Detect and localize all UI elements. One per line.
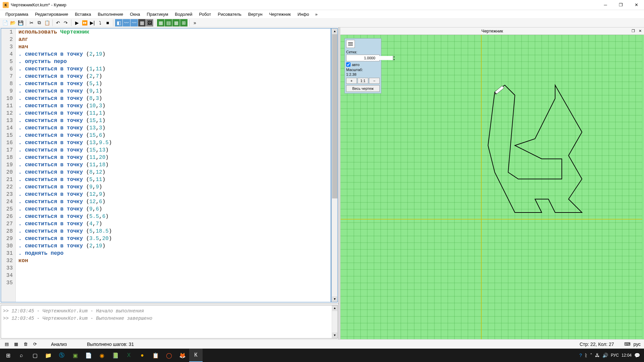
menu-инфо[interactable]: Инфо xyxy=(294,11,312,18)
task-view-button[interactable]: ▢ xyxy=(28,349,42,362)
minimize-button[interactable]: ─ xyxy=(598,0,613,10)
tray-icon-1[interactable]: ᚱ xyxy=(585,353,587,358)
status-icon-1[interactable]: ▤ xyxy=(3,341,10,348)
auto-checkbox[interactable] xyxy=(346,62,351,67)
open-file-button[interactable]: 📂 xyxy=(9,19,16,26)
network-tray-icon[interactable]: 🖧 xyxy=(595,353,600,358)
firefox-button[interactable]: 🦊 xyxy=(176,349,189,362)
horizontal-splitter[interactable] xyxy=(0,303,338,304)
console-scroll-down[interactable]: ▼ xyxy=(332,333,337,338)
status-icon-4[interactable]: ⟳ xyxy=(32,341,38,348)
tray-lang[interactable]: РУС xyxy=(611,353,619,358)
copy-button[interactable]: ⧉ xyxy=(36,19,43,26)
module-button-7[interactable]: ▤ xyxy=(165,19,172,26)
app-button-4[interactable]: 📗 xyxy=(109,349,122,362)
module-button-4[interactable]: ▦ xyxy=(138,19,146,26)
app-button-3[interactable]: ◉ xyxy=(95,349,109,362)
app-button-6[interactable]: 📋 xyxy=(149,349,162,362)
menu-водолей[interactable]: Водолей xyxy=(171,11,196,18)
module-button-6[interactable]: ▦ xyxy=(157,19,164,26)
zoom-11-button[interactable]: 1:1 xyxy=(358,78,368,84)
module-button-9[interactable]: ⊞ xyxy=(180,19,187,26)
maximize-button[interactable]: ❐ xyxy=(613,0,629,10)
excel-button[interactable]: X xyxy=(122,349,136,362)
panel-maximize-button[interactable]: ❐ xyxy=(631,28,636,34)
menu-more[interactable]: » xyxy=(312,11,320,18)
grid-up-button[interactable]: ▲ xyxy=(393,55,395,58)
zoom-plus-button[interactable]: + xyxy=(346,78,357,84)
svg-marker-95 xyxy=(495,86,504,94)
status-icon-3[interactable]: 🗑 xyxy=(22,341,29,348)
canvas-menu-button[interactable] xyxy=(346,40,355,48)
menu-окна[interactable]: Окна xyxy=(126,11,143,18)
scroll-thumb[interactable] xyxy=(332,34,337,198)
module-button-8[interactable]: ▦ xyxy=(172,19,180,26)
menu-программа[interactable]: Программа xyxy=(2,11,32,18)
menu-вставка[interactable]: Вставка xyxy=(71,11,94,18)
menu-редактирование[interactable]: Редактирование xyxy=(32,11,71,18)
status-position: Стр: 22, Кол: 27 xyxy=(580,342,614,347)
grid-input[interactable] xyxy=(346,56,393,60)
toolbar-more-button[interactable]: » xyxy=(191,19,199,26)
app-button-1[interactable]: ▣ xyxy=(68,349,82,362)
editor-scrollbar[interactable]: ▲ ▼ xyxy=(332,28,337,302)
close-button[interactable]: ✕ xyxy=(629,0,644,10)
cut-button[interactable]: ✂ xyxy=(28,19,35,26)
app-button-2[interactable]: 📄 xyxy=(82,349,95,362)
status-steps: Выполнено шагов: 31 xyxy=(87,342,134,347)
module-button-1[interactable]: ◧ xyxy=(115,19,122,26)
menu-робот[interactable]: Робот xyxy=(196,11,215,18)
module-button-2[interactable]: 〰 xyxy=(123,19,130,26)
app-button-7[interactable]: ◯ xyxy=(162,349,176,362)
volume-tray-icon[interactable]: 🔊 xyxy=(602,353,608,358)
stop-button[interactable]: ■ xyxy=(104,19,111,26)
skype-button[interactable]: Ⓢ xyxy=(55,349,68,362)
paste-button[interactable]: 📋 xyxy=(43,19,51,26)
grid-spinner[interactable]: ▲ ▼ xyxy=(346,55,380,61)
module-button-3[interactable]: 〰 xyxy=(130,19,138,26)
run-button[interactable]: ▶ xyxy=(73,19,80,26)
app-button-5[interactable]: ● xyxy=(136,349,149,362)
taskbar: ⊞ ⌕ ▢ 📁 Ⓢ ▣ 📄 ◉ 📗 X ● 📋 ◯ 🦊 К ? ᚱ ˄ 🖧 🔊 … xyxy=(0,349,644,362)
code-body[interactable]: использовать Чертежникалгнач. сместиться… xyxy=(16,28,332,302)
help-tray-icon[interactable]: ? xyxy=(579,353,582,358)
keyboard-icon[interactable]: ⌨ xyxy=(624,341,631,348)
explorer-button[interactable]: 📁 xyxy=(42,349,55,362)
grid-down-button[interactable]: ▼ xyxy=(393,58,395,61)
step-button[interactable]: ▶| xyxy=(89,19,96,26)
start-button[interactable]: ⊞ xyxy=(1,349,15,362)
drawer-title: Чертежник xyxy=(481,28,503,34)
status-analysis: Анализ xyxy=(51,342,67,347)
menu-рисователь[interactable]: Рисователь xyxy=(214,11,245,18)
full-drawing-button[interactable]: Весь чертеж xyxy=(346,85,380,92)
zoom-minus-button[interactable]: − xyxy=(369,78,380,84)
grid-label: Сетка: xyxy=(346,50,380,54)
scroll-up-button[interactable]: ▲ xyxy=(332,28,337,34)
canvas-control-panel: Сетка: ▲ ▼ авто Масштаб: 1:2.38 + 1:1 xyxy=(344,38,381,94)
menu-вертун[interactable]: Вертун xyxy=(245,11,266,18)
app-icon: К xyxy=(3,2,9,8)
step-into-button[interactable]: ⤵ xyxy=(96,19,104,26)
save-file-button[interactable]: 💾 xyxy=(17,19,24,26)
tray-time[interactable]: 12:04 xyxy=(622,353,632,358)
drawing-canvas[interactable]: Сетка: ▲ ▼ авто Масштаб: 1:2.38 + 1:1 xyxy=(340,35,644,339)
notifications-icon[interactable]: 💬 xyxy=(634,353,640,358)
code-editor[interactable]: 1234567891011121314151617181920212223242… xyxy=(1,28,338,302)
console-scroll-up[interactable]: ▲ xyxy=(332,305,337,311)
new-file-button[interactable]: 📄 xyxy=(1,19,9,26)
kumir-taskbar-button[interactable]: К xyxy=(189,349,203,362)
tray-expand-icon[interactable]: ˄ xyxy=(590,353,592,358)
scroll-down-button[interactable]: ▼ xyxy=(332,296,337,302)
undo-button[interactable]: ↶ xyxy=(54,19,62,26)
panel-close-button[interactable]: ✕ xyxy=(637,28,643,34)
status-icon-2[interactable]: ▦ xyxy=(13,341,19,348)
module-button-5[interactable]: 🖼 xyxy=(146,19,153,26)
scale-label: Масштаб: xyxy=(346,68,380,72)
menu-чертежник[interactable]: Чертежник xyxy=(266,11,294,18)
menu-выполнение[interactable]: Выполнение xyxy=(94,11,126,18)
menu-практикум[interactable]: Практикум xyxy=(143,11,171,18)
redo-button[interactable]: ↷ xyxy=(62,19,69,26)
console-scrollbar[interactable]: ▲ ▼ xyxy=(332,305,337,338)
run-fast-button[interactable]: ⏩ xyxy=(81,19,88,26)
search-button[interactable]: ⌕ xyxy=(15,349,28,362)
